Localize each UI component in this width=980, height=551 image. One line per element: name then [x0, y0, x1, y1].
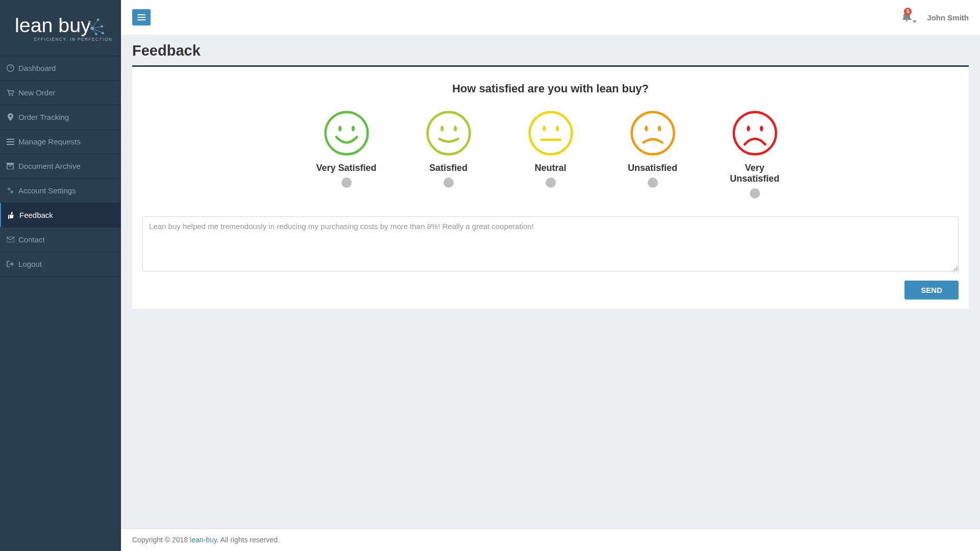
- svg-point-28: [338, 126, 341, 131]
- svg-point-41: [746, 126, 749, 131]
- sidebar-item-order-tracking[interactable]: Order Tracking: [0, 105, 121, 129]
- rating-radio-very-unsatisfied[interactable]: [750, 188, 760, 198]
- rating-option-satisfied: Satisfied: [413, 110, 484, 198]
- rating-radio-neutral[interactable]: [546, 178, 556, 188]
- smiley-satisfied-icon: [425, 110, 472, 157]
- svg-point-13: [9, 94, 10, 95]
- sidebar-item-manage-requests[interactable]: Manage Requests: [0, 129, 121, 154]
- rating-label: Very Satisfied: [316, 163, 376, 173]
- rating-option-unsatisfied: Unsatisfied: [617, 110, 689, 198]
- rating-option-very-unsatisfied: Very Unsatisfied: [719, 110, 791, 198]
- feedback-panel: How satisfied are you with lean buy? Ver…: [132, 65, 969, 309]
- rating-label: Very Unsatisfied: [719, 163, 791, 184]
- svg-point-21: [8, 188, 10, 190]
- cart-icon: [6, 89, 14, 96]
- sidebar-item-label: Document Archive: [18, 162, 81, 170]
- rating-option-neutral: Neutral: [515, 110, 586, 198]
- svg-point-30: [427, 112, 470, 155]
- rating-option-very-satisfied: Very Satisfied: [311, 110, 382, 198]
- rating-label: Satisfied: [429, 163, 468, 173]
- rating-label: Neutral: [534, 163, 566, 173]
- rating-radio-unsatisfied[interactable]: [648, 178, 658, 188]
- footer-prefix: Copyright © 2018: [132, 536, 190, 544]
- svg-point-40: [733, 112, 776, 155]
- page-title: Feedback: [132, 42, 969, 59]
- notifications-button[interactable]: 5: [902, 11, 912, 23]
- svg-point-34: [542, 126, 545, 131]
- archive-icon: [6, 163, 14, 169]
- svg-rect-17: [7, 144, 14, 145]
- rating-radio-very-satisfied[interactable]: [341, 178, 352, 188]
- brand-logo: lean buy EFFICIENCY. IN PERFECTION: [0, 0, 121, 56]
- sidebar-item-dashboard[interactable]: Dashboard: [0, 56, 121, 80]
- svg-point-42: [760, 126, 763, 131]
- svg-point-33: [529, 112, 572, 155]
- hamburger-icon: [137, 14, 145, 20]
- sidebar-item-label: New Order: [18, 88, 56, 97]
- sidebar: lean buy EFFICIENCY. IN PERFECTION: [0, 0, 121, 551]
- svg-point-39: [657, 126, 660, 131]
- smiley-very-unsatisfied-icon: [731, 110, 778, 157]
- rating-radio-satisfied[interactable]: [444, 178, 454, 188]
- sidebar-item-label: Feedback: [19, 211, 53, 219]
- rating-row: Very Satisfied Satisfied: [142, 110, 959, 198]
- svg-rect-15: [7, 139, 14, 140]
- sidebar-item-label: Manage Requests: [18, 137, 81, 146]
- smiley-unsatisfied-icon: [629, 110, 676, 157]
- sidebar-item-label: Order Tracking: [18, 113, 69, 121]
- footer: Copyright © 2018 lean-buy. All rights re…: [121, 528, 980, 551]
- sidebar-item-account-settings[interactable]: Account Settings: [0, 178, 121, 203]
- dashboard-icon: [6, 64, 14, 72]
- svg-text:lean buy: lean buy: [15, 14, 91, 36]
- svg-point-22: [11, 191, 13, 193]
- username-label[interactable]: John Smith: [927, 13, 969, 22]
- sidebar-item-contact[interactable]: Contact: [0, 227, 121, 252]
- cogs-icon: [6, 187, 14, 194]
- smiley-very-satisfied-icon: [323, 110, 370, 157]
- top-header: 5 John Smith: [121, 0, 980, 35]
- thumb-icon: [7, 212, 15, 219]
- chevron-down-icon: [913, 20, 917, 23]
- feedback-textarea[interactable]: [142, 216, 959, 271]
- svg-rect-24: [137, 14, 145, 15]
- rating-label: Unsatisfied: [628, 163, 677, 173]
- pin-icon: [6, 113, 14, 121]
- svg-point-38: [644, 126, 647, 131]
- svg-rect-25: [137, 17, 145, 18]
- send-button[interactable]: SEND: [904, 281, 959, 299]
- sidebar-item-label: Dashboard: [18, 64, 56, 72]
- sidebar-item-label: Contact: [18, 235, 45, 244]
- svg-line-7: [92, 20, 97, 29]
- svg-rect-20: [9, 166, 11, 167]
- sidebar-menu: Dashboard New Order Order Tracking Manag…: [0, 56, 121, 277]
- sidebar-item-document-archive[interactable]: Document Archive: [0, 154, 121, 178]
- sidebar-item-label: Account Settings: [18, 186, 76, 195]
- svg-point-35: [555, 126, 558, 131]
- svg-point-14: [12, 94, 13, 95]
- envelope-icon: [6, 237, 14, 242]
- footer-link[interactable]: lean-buy: [190, 536, 217, 544]
- svg-point-27: [325, 112, 368, 155]
- feedback-question: How satisfied are you with lean buy?: [142, 82, 959, 95]
- sidebar-item-logout[interactable]: Logout: [0, 252, 121, 277]
- footer-suffix: . All rights reserved.: [217, 536, 280, 544]
- brand-tagline: EFFICIENCY. IN PERFECTION: [34, 37, 112, 42]
- list-icon: [6, 139, 14, 145]
- svg-rect-19: [7, 165, 13, 169]
- svg-rect-18: [7, 163, 14, 164]
- svg-point-29: [351, 126, 354, 131]
- sidebar-item-new-order[interactable]: New Order: [0, 80, 121, 105]
- svg-point-32: [453, 126, 456, 131]
- sidebar-toggle-button[interactable]: [132, 9, 151, 26]
- signout-icon: [6, 261, 14, 267]
- svg-rect-16: [7, 141, 14, 142]
- smiley-neutral-icon: [527, 110, 574, 157]
- sidebar-item-feedback[interactable]: Feedback: [0, 203, 121, 227]
- svg-rect-26: [137, 19, 145, 20]
- svg-point-37: [631, 112, 674, 155]
- svg-point-31: [440, 126, 443, 131]
- sidebar-item-label: Logout: [18, 260, 42, 268]
- svg-line-8: [92, 27, 102, 29]
